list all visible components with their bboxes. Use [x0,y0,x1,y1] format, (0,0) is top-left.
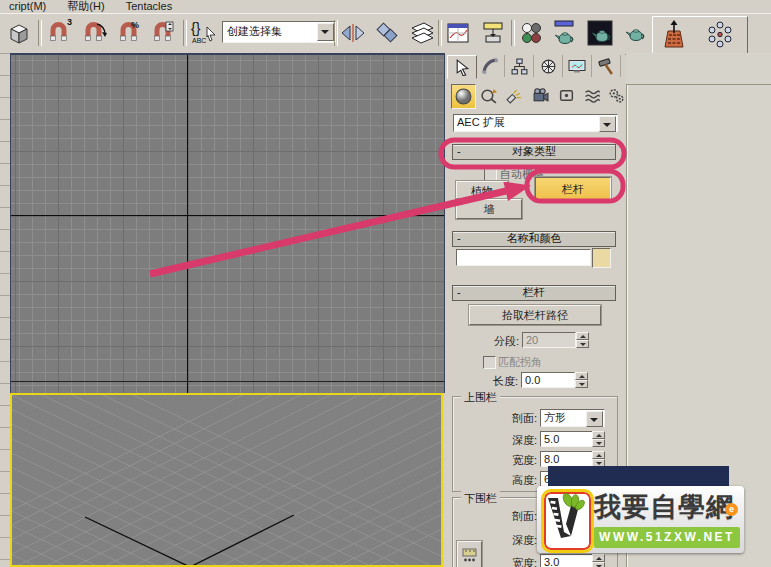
object-name-input[interactable] [456,249,591,266]
named-selection-set-dropdown[interactable]: 创建选择集 [222,21,336,43]
lower-rail-spacing-button[interactable] [457,541,482,567]
watermark-banner: 我要自學網 e WWW.51ZXW.NET [537,486,744,553]
length-label: 长度: [474,374,518,389]
rollout-object-type[interactable]: - 对象类型 [452,144,616,160]
systems-gears-icon [608,87,625,104]
rollout-name-color[interactable]: - 名称和颜色 [452,231,616,247]
railing-button[interactable]: 栏杆 [535,177,611,201]
render-setup-icon[interactable] [549,18,579,48]
snap-3d-icon[interactable]: 3 [44,18,74,48]
utilities-hammer-icon [598,58,615,75]
lights-flashlight-icon [506,87,523,104]
autogrid-checkbox[interactable] [484,168,497,181]
schematic-view-icon[interactable] [478,18,508,48]
quick-render-icon[interactable] [620,18,650,48]
named-selection-sets-icon[interactable]: {}ABC [188,18,218,48]
svg-text:%: % [131,20,139,30]
category-space-warps[interactable] [581,84,604,107]
lower-width-label: 宽度: [493,556,537,567]
segments-field[interactable]: 20 [522,332,576,348]
pivot-cube-icon[interactable] [4,18,34,48]
rollout-title: 对象类型 [512,145,556,157]
named-selection-set-value: 创建选择集 [227,25,282,37]
51zxw-logo-icon [541,489,594,553]
respect-corners-checkbox[interactable] [483,356,496,369]
width-label: 宽度: [493,453,537,468]
lower-rail-title: 下围栏 [461,491,500,506]
height-label: 高度: [493,473,537,488]
svg-text:{}: {} [191,20,201,36]
dropdown-arrow-icon[interactable] [317,23,334,41]
rollout-title: 名称和颜色 [507,232,562,244]
rollout-title: 栏杆 [523,286,545,298]
dropdown-arrow-icon[interactable] [599,116,616,132]
spacing-tool-icon [462,548,477,566]
tab-utilities[interactable] [592,55,621,77]
material-editor-icon[interactable] [516,18,546,48]
perspective-viewport-active[interactable] [10,393,443,567]
toolbar-separator [511,20,515,46]
wall-button[interactable]: 墙 [456,199,522,219]
subcategory-dropdown[interactable]: AEC 扩展 [453,114,618,132]
ring-array-icon[interactable] [705,19,735,49]
space-warps-icon [584,87,601,104]
watermark-badge: e [725,503,738,516]
pick-railing-path-button[interactable]: 拾取栏杆路径 [469,305,601,325]
top-width-field[interactable]: 8.0 [540,451,596,467]
render-frame-icon[interactable] [585,18,615,48]
menu-item-maxscript[interactable]: cript(M) [0,0,55,13]
category-geometry[interactable] [451,84,476,109]
lower-width-spinner[interactable] [592,554,605,567]
rollout-railing[interactable]: - 栏杆 [452,285,616,301]
category-cameras[interactable] [529,84,552,107]
home-grid-axes [12,395,441,565]
menu-item-tentacles[interactable]: Tentacles [117,0,181,13]
window-left-strip [0,53,10,567]
layer-manager-icon[interactable] [407,18,437,48]
display-monitor-icon [568,58,586,75]
spinner-snap-icon[interactable] [148,18,178,48]
tab-hierarchy[interactable] [505,55,534,77]
top-depth-spinner[interactable] [592,431,605,447]
category-lights[interactable] [503,84,526,107]
length-spinner[interactable] [575,372,588,388]
menu-item-help[interactable]: 帮助(H) [58,0,113,13]
grid-axis-vertical [187,55,188,393]
geometry-sphere-icon [455,88,472,105]
render-to-texture-icon[interactable] [659,19,689,49]
top-profile-dropdown[interactable]: 方形 [540,409,605,427]
tab-display[interactable] [563,55,592,77]
segments-spinner[interactable] [576,332,589,348]
object-color-swatch[interactable] [592,248,611,268]
category-shapes[interactable] [477,84,500,107]
subcategory-value: AEC 扩展 [457,116,505,128]
top-width-spinner[interactable] [592,451,605,467]
category-helpers[interactable] [555,84,578,107]
lower-width-field[interactable]: 3.0 [540,554,596,567]
menu-bar: cript(M) 帮助(H) Tentacles [0,0,771,13]
curve-editor-icon[interactable] [443,18,473,48]
align-icon[interactable] [372,18,402,48]
tab-modify[interactable] [476,55,505,77]
helpers-icon [558,87,575,104]
toolbar-separator [438,20,442,46]
mirror-icon[interactable] [338,18,368,48]
modify-icon [482,58,499,75]
grid-axis-horizontal [11,215,444,216]
dropdown-arrow-icon[interactable] [586,411,603,427]
create-arrow-icon [454,59,471,76]
watermark-url: WWW.51ZXW.NET [594,527,740,548]
tab-create[interactable] [447,55,477,79]
shapes-icon [480,87,497,104]
top-depth-field[interactable]: 5.0 [540,431,596,447]
foliage-button[interactable]: 植物 [456,181,508,201]
main-toolbar: 3 % {}ABC 创建选择集 [0,13,771,55]
angle-snap-icon[interactable] [80,18,110,48]
top-viewport[interactable] [10,53,445,393]
length-field[interactable]: 0.0 [521,372,575,388]
tab-motion[interactable] [534,55,563,77]
toolbar-separator [38,20,42,46]
percent-snap-icon[interactable]: % [114,18,144,48]
category-systems[interactable] [605,84,628,107]
segments-label: 分段: [475,334,519,349]
